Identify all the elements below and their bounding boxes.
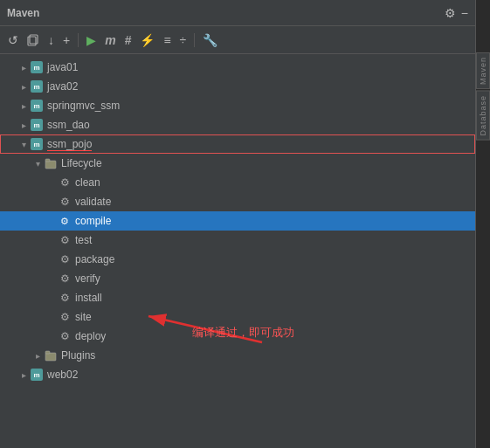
tree-item-validate[interactable]: ▸ ⚙ validate (0, 192, 475, 211)
tree-item-java01[interactable]: m java01 (0, 58, 475, 77)
panel-header: Maven ⚙ − (0, 0, 475, 26)
arrow-web02 (17, 370, 30, 380)
tree-area: m java01 m java02 m springmvc_ssm (0, 54, 475, 388)
run-button[interactable]: ▶ (84, 31, 99, 49)
arrow-java02 (17, 82, 30, 92)
svg-rect-5 (45, 351, 50, 354)
add-button[interactable]: + (60, 31, 72, 49)
gear-icon-package: ⚙ (58, 252, 72, 266)
arrow-java01 (17, 63, 30, 72)
gear-icon-test: ⚙ (58, 233, 72, 247)
header-icons: ⚙ − (445, 6, 468, 20)
maven-button[interactable]: m (102, 31, 118, 49)
item-label-deploy: deploy (75, 330, 106, 342)
module-icon-java02: m (30, 79, 44, 93)
item-label-compile: compile (75, 215, 111, 227)
arrow-ssm-dao (17, 121, 30, 130)
gear-icon-validate: ⚙ (58, 195, 72, 209)
gear-icon-deploy: ⚙ (58, 329, 72, 343)
item-label-springmvc: springmvc_ssm (47, 100, 120, 112)
item-label-ssm-dao: ssm_dao (47, 119, 90, 131)
copy-button[interactable] (24, 32, 42, 48)
minimize-icon[interactable]: − (461, 6, 468, 20)
tree-item-test[interactable]: ▸ ⚙ test (0, 231, 475, 250)
module-icon-ssm-dao: m (30, 118, 44, 132)
folder-icon-lifecycle (44, 156, 58, 170)
wrench-button[interactable]: 🔧 (200, 31, 220, 49)
settings-icon[interactable]: ⚙ (445, 6, 456, 20)
item-label-lifecycle: Lifecycle (61, 157, 102, 169)
item-label-ssm-pojo: ssm_pojo (47, 138, 92, 151)
item-label-clean: clean (75, 176, 100, 189)
item-label-test: test (75, 234, 92, 246)
divide-button[interactable]: ÷ (177, 31, 190, 49)
folder-icon-plugins (44, 348, 58, 362)
toolbar-separator-2 (194, 33, 195, 47)
module-icon-ssm-pojo: m (30, 137, 44, 151)
toolbar-separator-1 (78, 33, 79, 47)
gear-icon-compile: ⚙ (58, 214, 72, 228)
side-panel: Maven Database (476, 0, 490, 448)
tree-wrapper: m java01 m java02 m springmvc_ssm (0, 54, 475, 448)
module-icon-springmvc: m (30, 99, 44, 113)
gear-icon-verify: ⚙ (58, 272, 72, 286)
module-icon-web02: m (30, 368, 44, 382)
item-label-site: site (75, 311, 92, 323)
item-label-package: package (75, 253, 114, 265)
arrow-lifecycle (31, 159, 44, 169)
tree-item-install[interactable]: ▸ ⚙ install (0, 288, 475, 307)
item-label-install: install (75, 292, 102, 304)
tree-item-ssm-pojo[interactable]: m ssm_pojo (0, 134, 475, 154)
item-label-web02: web02 (47, 369, 78, 381)
arrow-plugins (31, 351, 44, 361)
arrow-springmvc (17, 101, 30, 111)
tree-item-java02[interactable]: m java02 (0, 77, 475, 96)
item-label-java01: java01 (47, 61, 78, 73)
tree-item-site[interactable]: ▸ ⚙ site (0, 307, 475, 327)
tree-item-lifecycle[interactable]: Lifecycle (0, 154, 475, 173)
tree-item-package[interactable]: ▸ ⚙ package (0, 250, 475, 269)
item-label-validate: validate (75, 196, 111, 208)
side-tab-database[interactable]: Database (476, 91, 490, 141)
tree-item-compile[interactable]: ▸ ⚙ compile (0, 211, 475, 231)
side-tab-maven[interactable]: Maven (476, 52, 490, 89)
tree-item-web02[interactable]: m web02 (0, 365, 475, 384)
tree-item-springmvc-ssm[interactable]: m springmvc_ssm (0, 96, 475, 115)
module-icon-java01: m (30, 60, 44, 74)
gear-icon-site: ⚙ (58, 310, 72, 324)
toolbar: ↺ ↓ + ▶ m # ⚡ ≡ ÷ 🔧 (0, 26, 475, 54)
maven-panel: Maven ⚙ − ↺ ↓ + ▶ m # ⚡ ≡ ÷ 🔧 m (0, 0, 476, 448)
item-label-java02: java02 (47, 80, 78, 93)
svg-rect-2 (45, 161, 56, 169)
refresh-button[interactable]: ↺ (5, 31, 21, 49)
svg-rect-4 (45, 353, 56, 361)
download-button[interactable]: ↓ (45, 31, 57, 49)
tree-item-plugins[interactable]: Plugins (0, 346, 475, 365)
item-label-verify: verify (75, 272, 100, 285)
panel-title: Maven (7, 7, 39, 19)
tree-item-verify[interactable]: ▸ ⚙ verify (0, 269, 475, 288)
tree-item-deploy[interactable]: ▸ ⚙ deploy (0, 327, 475, 346)
list-button[interactable]: ≡ (161, 31, 173, 49)
tree-item-ssm-dao[interactable]: m ssm_dao (0, 115, 475, 134)
hash-button[interactable]: # (122, 31, 135, 49)
lightning-button[interactable]: ⚡ (137, 31, 157, 49)
item-label-plugins: Plugins (61, 349, 95, 362)
gear-icon-install: ⚙ (58, 291, 72, 305)
svg-rect-3 (45, 159, 50, 162)
tree-item-clean[interactable]: ▸ ⚙ clean (0, 173, 475, 192)
gear-icon-clean: ⚙ (58, 176, 72, 190)
arrow-ssm-pojo (17, 140, 30, 149)
